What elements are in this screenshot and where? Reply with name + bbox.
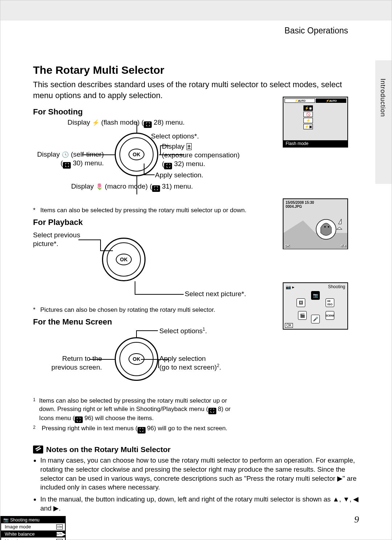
page-ref-icon: ⛶	[208, 408, 216, 414]
shooting-menu-preview: 📷Shooting menu Image mode10м White balan…	[0, 516, 66, 540]
flash-option-icon: ⚡	[303, 118, 313, 123]
playback-preview: 15/05/2008 15:300004.JPG OK 4/ 4	[283, 198, 348, 249]
select-options-label: Select options*.	[151, 132, 199, 141]
menu-item: Metering◈	[1, 538, 65, 540]
flash-mode-preview: ⚡AUTO ⚡AUTO ⚡◉ 🚫 ⚡ ⚡▣ Flash mode	[283, 97, 348, 148]
camera-icon: 📷 ▸	[286, 285, 294, 290]
mode-icon: HIISO	[326, 298, 334, 307]
side-tab: Introduction	[375, 60, 392, 184]
apply-selection-label: Apply selection(go to next screen)2.	[159, 354, 221, 372]
menu-item: Image mode10м	[1, 523, 65, 531]
exposure-comp-label: Display ± (exposure compensation) (⛶ 32)…	[162, 142, 240, 169]
ok-indicator: OK	[285, 244, 290, 247]
side-tab-label: Introduction	[379, 78, 387, 117]
svg-point-4	[328, 226, 329, 227]
pencil-icon	[33, 446, 43, 454]
menu-item-selected: White balance▶AUTO	[1, 531, 65, 538]
apply-selection-label: Apply selection.	[155, 171, 203, 180]
camera-icon: 📷	[3, 517, 9, 523]
mode-icon: 🖼	[297, 298, 305, 307]
flash-mode-label: Display ⚡ (flash mode) (⛶ 28) menu.	[68, 118, 185, 128]
page-ref-icon: ⛶	[152, 185, 160, 192]
mode-wheel-preview: 📷 ▸ Shooting 📷 HIISO SCENE 🎤 🎬 🖼 OK	[283, 282, 348, 330]
note-bullet-2: In the manual, the button indicating up,…	[40, 495, 359, 513]
select-options-label: Select options1.	[159, 327, 207, 335]
svg-point-3	[324, 226, 326, 227]
playback-datetime: 15/05/2008 15:300004.JPG	[286, 201, 314, 209]
flash-icon: ⚡	[92, 120, 99, 126]
return-label: Return to theprevious screen.	[38, 354, 102, 372]
rotary-dial-icon: OK	[102, 238, 146, 281]
flash-option-icon: 🚫	[303, 112, 313, 117]
flash-mode-caption: Flash mode	[283, 140, 347, 147]
page-ref-icon: ⛶	[75, 416, 83, 423]
mode-icon: 🎤	[311, 315, 320, 323]
prev-picture-label: Select previouspicture*.	[33, 231, 80, 248]
self-timer-label: Display 🕓 (self-timer) (⛶ 30) menu.	[31, 150, 104, 169]
page-number: 9	[354, 514, 359, 525]
auto-badge: ⚡AUTO	[285, 98, 315, 103]
breadcrumb: Basic Operations	[285, 26, 348, 36]
ok-indicator: OK	[285, 323, 293, 328]
macro-mode-label: Display 🌷 (macro mode) (⛶ 31) menu.	[71, 182, 193, 192]
menu-footnote-2: 2 Pressing right while in text menus (⛶ …	[33, 424, 236, 433]
flash-option-icon: ⚡◉	[303, 105, 313, 111]
auto-badge: ⚡AUTO	[316, 98, 346, 103]
next-picture-label: Select next picture*.	[185, 290, 246, 298]
self-timer-icon: 🕓	[62, 152, 69, 158]
macro-icon: 🌷	[96, 184, 103, 190]
notes-heading: Notes on the Rotary Multi Selector	[33, 445, 359, 454]
page-title: The Rotary Multi Selector	[33, 64, 359, 76]
page-ref-icon: ⛶	[144, 121, 152, 128]
counter-indicator: 4/ 4	[340, 244, 346, 247]
page-ref-icon: ⛶	[164, 163, 172, 169]
ok-button-icon: OK	[128, 149, 144, 160]
ok-button-icon: OK	[116, 254, 132, 265]
menu-diagram: OK Select options1. Return to thepreviou…	[33, 328, 359, 395]
mode-icon: SCENE	[326, 311, 334, 320]
menu-footnote-1: 1 Items can also be selected by pressing…	[33, 397, 236, 423]
menu-title: Shooting menu	[10, 517, 40, 523]
mode-title: Shooting	[328, 284, 345, 289]
page-ref-icon: ⛶	[138, 427, 146, 434]
note-bullet-1: In many cases, you can choose how to use…	[40, 456, 359, 492]
mode-icon: 📷	[311, 291, 320, 300]
mode-icon: 🎬	[298, 311, 307, 320]
exposure-icon: ±	[187, 143, 192, 150]
flash-option-icon: ⚡▣	[303, 124, 313, 129]
page-ref-icon: ⛶	[63, 162, 71, 169]
